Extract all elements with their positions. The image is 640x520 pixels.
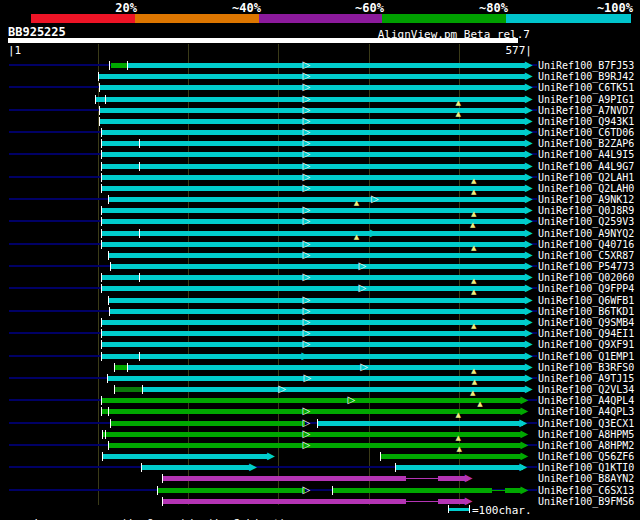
alignment-segment[interactable] [305,208,528,213]
hit-label[interactable]: UniRef100_Q1EMP1 [538,351,634,362]
alignment-segment[interactable] [362,365,528,370]
alignment-segment[interactable] [102,320,305,325]
alignment-segment[interactable] [142,387,280,392]
hit-label[interactable]: UniRef100_Q943K1 [538,116,634,127]
hit-label[interactable]: UniRef100_A9PIG1 [538,94,634,105]
hit-label[interactable]: UniRef100_C5XR87 [538,250,634,261]
alignment-segment[interactable] [305,409,524,414]
alignment-segment[interactable] [109,298,305,303]
alignment-segment[interactable] [492,490,505,491]
alignment-segment[interactable] [102,331,305,336]
alignment-segment[interactable] [102,164,305,169]
alignment-segment[interactable] [305,354,528,359]
alignment-segment[interactable] [305,275,528,280]
alignment-segment[interactable] [102,219,305,224]
alignment-segment[interactable] [318,421,523,426]
hit-label[interactable]: UniRef100_Q2VL34 [538,384,634,395]
hit-label[interactable]: UniRef100_Q2LAH0 [538,183,634,194]
hit-label[interactable]: UniRef100_A4L9I5 [538,149,634,160]
alignment-segment[interactable] [305,331,528,336]
alignment-segment[interactable] [102,152,305,157]
alignment-segment[interactable] [127,63,305,68]
alignment-segment[interactable] [102,141,305,146]
alignment-segment[interactable] [100,85,305,90]
hit-label[interactable]: UniRef100_A9NK12 [538,194,634,205]
alignment-segment[interactable] [102,242,305,247]
alignment-segment[interactable] [350,398,524,403]
alignment-segment[interactable] [305,175,528,180]
alignment-segment[interactable] [406,501,438,502]
alignment-segment[interactable] [109,197,373,202]
hit-label[interactable]: UniRef100_A7NVD7 [538,105,634,116]
hit-label[interactable]: UniRef100_A4L9G7 [538,161,634,172]
alignment-segment[interactable] [111,63,127,68]
alignment-segment[interactable] [102,175,305,180]
alignment-segment[interactable] [100,119,305,124]
alignment-segment[interactable] [381,454,523,459]
alignment-segment[interactable] [102,231,373,236]
hit-label[interactable]: UniRef100_Q3ECX1 [538,418,634,429]
alignment-segment[interactable] [102,409,305,414]
alignment-segment[interactable] [332,488,492,493]
alignment-segment[interactable] [305,242,528,247]
alignment-segment[interactable] [305,97,528,102]
alignment-segment[interactable] [305,342,528,347]
alignment-segment[interactable] [305,130,528,135]
hit-label[interactable]: UniRef100_Q2LAH1 [538,172,634,183]
alignment-segment[interactable] [99,74,304,79]
alignment-segment[interactable] [102,208,305,213]
alignment-segment[interactable] [127,365,362,370]
alignment-segment[interactable] [305,432,524,437]
hit-label[interactable]: UniRef100_Q9SMB4 [538,317,634,328]
alignment-segment[interactable] [438,499,468,504]
hit-label[interactable]: UniRef100_A4QPL4 [538,395,634,406]
alignment-segment[interactable] [373,197,528,202]
alignment-segment[interactable] [108,376,305,381]
hit-label[interactable]: UniRef100_Q02060 [538,272,634,283]
alignment-segment[interactable] [102,186,305,191]
hit-label[interactable]: UniRef100_Q40716 [538,239,634,250]
alignment-segment[interactable] [110,309,305,314]
alignment-segment[interactable] [360,286,528,291]
hit-label[interactable]: UniRef100_Q94EI1 [538,328,634,339]
hit-label[interactable]: UniRef100_P54773 [538,261,634,272]
hit-label[interactable]: UniRef100_Q259V3 [538,216,634,227]
alignment-segment[interactable] [102,398,350,403]
alignment-segment[interactable] [305,443,524,448]
alignment-segment[interactable] [305,309,528,314]
hit-label[interactable]: UniRef100_C6TK51 [538,82,634,93]
hit-label[interactable]: UniRef100_C6SX13 [538,485,634,496]
hit-label[interactable]: UniRef100_Q1KTI0 [538,462,634,473]
alignment-segment[interactable] [305,141,528,146]
alignment-segment[interactable] [360,264,528,269]
alignment-segment[interactable] [305,253,528,258]
alignment-segment[interactable] [305,63,528,68]
alignment-segment[interactable] [158,488,305,493]
alignment-segment[interactable] [163,499,406,504]
alignment-segment[interactable] [305,164,528,169]
hit-label[interactable]: UniRef100_B3RFS0 [538,362,634,373]
alignment-segment[interactable] [102,130,305,135]
alignment-segment[interactable] [305,85,528,90]
alignment-segment[interactable] [280,387,528,392]
alignment-segment[interactable] [111,264,361,269]
alignment-segment[interactable] [102,354,305,359]
alignment-segment[interactable] [102,342,305,347]
hit-label[interactable]: UniRef100_A9TJ15 [538,373,634,384]
hit-label[interactable]: UniRef100_Q0J8R9 [538,205,634,216]
alignment-segment[interactable] [305,119,528,124]
alignment-segment[interactable] [163,476,406,481]
hit-label[interactable]: UniRef100_B2ZAP6 [538,138,634,149]
alignment-segment[interactable] [305,219,528,224]
alignment-segment[interactable] [100,108,305,113]
alignment-segment[interactable] [305,320,528,325]
hit-label[interactable]: UniRef100_B9RJ42 [538,71,634,82]
alignment-segment[interactable] [102,286,361,291]
hit-label[interactable]: UniRef100_B9FMS6 [538,496,634,507]
hit-label[interactable]: UniRef100_B7FJ53 [538,60,634,71]
hit-label[interactable]: UniRef100_Q9FPP4 [538,283,634,294]
hit-label[interactable]: UniRef100_A8HPM2 [538,440,634,451]
hit-label[interactable]: UniRef100_Q9XF91 [538,339,634,350]
hit-label[interactable]: UniRef100_A8HPM5 [538,429,634,440]
alignment-segment[interactable] [438,476,468,481]
